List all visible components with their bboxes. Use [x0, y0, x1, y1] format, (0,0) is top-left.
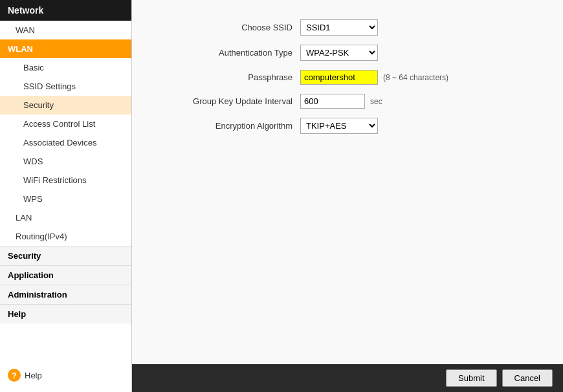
- auth-type-row: Authentication Type WPA2-PSK WPA-PSK WEP…: [158, 45, 537, 61]
- auth-type-label: Authentication Type: [158, 48, 300, 58]
- sidebar-help[interactable]: ? Help: [0, 358, 131, 392]
- sidebar-item-associated-devices[interactable]: Associated Devices: [0, 133, 131, 152]
- encryption-control: TKIP+AES TKIP AES: [300, 118, 378, 134]
- footer: Submit Cancel: [132, 364, 563, 392]
- group-key-control: sec: [300, 94, 382, 109]
- encryption-select[interactable]: TKIP+AES TKIP AES: [300, 118, 378, 134]
- passphrase-hint: (8 ~ 64 characters): [383, 73, 448, 82]
- sidebar-item-wifi-restrictions[interactable]: WiFi Restrictions: [0, 171, 131, 190]
- sidebar-item-basic[interactable]: Basic: [0, 58, 131, 77]
- group-key-row: Group Key Update Interval sec: [158, 94, 537, 109]
- sidebar-item-security[interactable]: Security: [0, 96, 131, 114]
- help-icon: ?: [8, 369, 21, 382]
- encryption-label: Encryption Algorithm: [158, 121, 300, 131]
- sidebar-item-ssid-settings[interactable]: SSID Settings: [0, 77, 131, 96]
- group-key-input[interactable]: [300, 94, 365, 109]
- auth-type-control: WPA2-PSK WPA-PSK WEP Open: [300, 45, 378, 61]
- help-label: Help: [25, 371, 42, 380]
- sidebar-section-security[interactable]: Security: [0, 246, 131, 265]
- sidebar-header: Network: [0, 0, 131, 21]
- passphrase-row: Passphrase (8 ~ 64 characters): [158, 70, 537, 85]
- sidebar-section-help[interactable]: Help: [0, 304, 131, 323]
- sidebar: Network WAN WLAN Basic SSID Settings Sec…: [0, 0, 132, 392]
- encryption-row: Encryption Algorithm TKIP+AES TKIP AES: [158, 118, 537, 134]
- submit-button[interactable]: Submit: [446, 369, 496, 387]
- choose-ssid-row: Choose SSID SSID1 SSID2 SSID3 SSID4: [158, 19, 537, 36]
- sidebar-item-routing[interactable]: Routing(IPv4): [0, 227, 131, 246]
- choose-ssid-control: SSID1 SSID2 SSID3 SSID4: [300, 19, 378, 36]
- sidebar-section-administration[interactable]: Administration: [0, 285, 131, 304]
- sidebar-item-acl[interactable]: Access Control List: [0, 114, 131, 133]
- form-area: Choose SSID SSID1 SSID2 SSID3 SSID4 Auth…: [132, 0, 563, 364]
- group-key-unit: sec: [370, 97, 382, 106]
- sidebar-section-application[interactable]: Application: [0, 265, 131, 285]
- sidebar-item-lan[interactable]: LAN: [0, 208, 131, 227]
- sidebar-item-wlan[interactable]: WLAN: [0, 39, 131, 58]
- passphrase-input[interactable]: [300, 70, 378, 85]
- choose-ssid-label: Choose SSID: [158, 23, 300, 32]
- passphrase-control: (8 ~ 64 characters): [300, 70, 448, 85]
- content-area: Choose SSID SSID1 SSID2 SSID3 SSID4 Auth…: [132, 0, 563, 392]
- sidebar-item-wds[interactable]: WDS: [0, 152, 131, 171]
- choose-ssid-select[interactable]: SSID1 SSID2 SSID3 SSID4: [300, 19, 378, 36]
- sidebar-item-wps[interactable]: WPS: [0, 190, 131, 208]
- sidebar-item-wan[interactable]: WAN: [0, 21, 131, 39]
- group-key-label: Group Key Update Interval: [158, 96, 300, 106]
- passphrase-label: Passphrase: [158, 72, 300, 82]
- auth-type-select[interactable]: WPA2-PSK WPA-PSK WEP Open: [300, 45, 378, 61]
- cancel-button[interactable]: Cancel: [502, 369, 553, 387]
